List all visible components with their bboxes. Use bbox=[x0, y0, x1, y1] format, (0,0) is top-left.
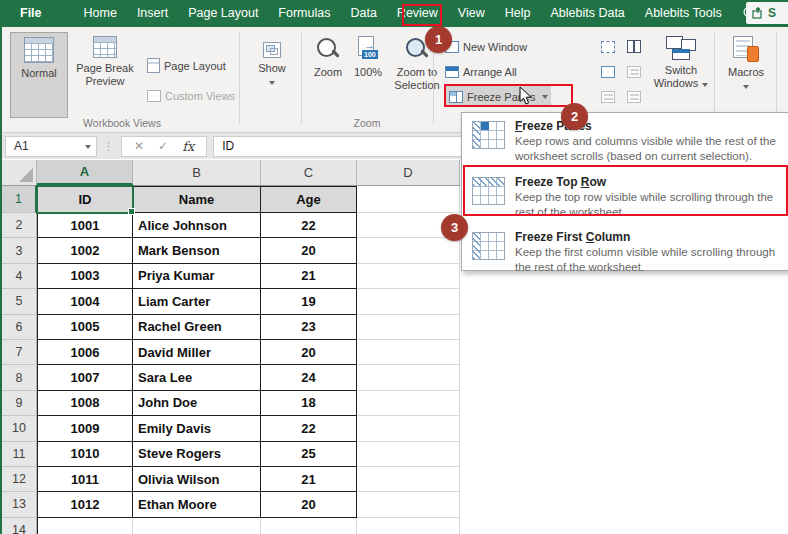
tab-data[interactable]: Data bbox=[340, 0, 386, 27]
hide-button[interactable] bbox=[598, 61, 618, 82]
insert-function-icon[interactable]: fx bbox=[182, 139, 194, 154]
cell-d11[interactable] bbox=[357, 442, 460, 467]
row-header-9[interactable]: 9 bbox=[2, 391, 37, 416]
cell-c11[interactable]: 25 bbox=[261, 442, 357, 467]
cell-a1[interactable]: ID bbox=[37, 186, 133, 213]
cell-d7[interactable] bbox=[357, 340, 460, 365]
cell-c4[interactable]: 21 bbox=[261, 264, 357, 289]
cell-b2[interactable]: Alice Johnson bbox=[133, 213, 261, 238]
row-header-7[interactable]: 7 bbox=[2, 340, 37, 365]
cell-b13[interactable]: Ethan Moore bbox=[133, 492, 261, 517]
row-header-4[interactable]: 4 bbox=[2, 264, 37, 289]
tab-file[interactable]: File bbox=[10, 0, 52, 27]
cell-c5[interactable]: 19 bbox=[261, 289, 357, 314]
tab-home[interactable]: Home bbox=[74, 0, 127, 27]
cell-d12[interactable] bbox=[357, 467, 460, 492]
split-button[interactable] bbox=[598, 36, 618, 57]
column-header-c[interactable]: C bbox=[261, 160, 357, 185]
cell-c13[interactable]: 20 bbox=[261, 492, 357, 517]
cell-b4[interactable]: Priya Kumar bbox=[133, 264, 261, 289]
cell-b3[interactable]: Mark Benson bbox=[133, 238, 261, 263]
cell-c12[interactable]: 21 bbox=[261, 467, 357, 492]
row-header-12[interactable]: 12 bbox=[2, 467, 37, 492]
cell-d8[interactable] bbox=[357, 365, 460, 390]
cell-a13[interactable]: 1012 bbox=[37, 492, 133, 517]
cell-b1[interactable]: Name bbox=[133, 186, 261, 213]
cell-d5[interactable] bbox=[357, 289, 460, 314]
cell-d14[interactable] bbox=[357, 518, 460, 534]
cell-c1[interactable]: Age bbox=[261, 186, 357, 213]
cell-a14[interactable] bbox=[37, 518, 133, 534]
cell-c2[interactable]: 22 bbox=[261, 213, 357, 238]
cell-c10[interactable]: 22 bbox=[261, 416, 357, 441]
cell-d4[interactable] bbox=[357, 264, 460, 289]
cell-c14[interactable] bbox=[261, 518, 357, 534]
normal-view-button[interactable]: Normal bbox=[10, 32, 68, 118]
column-header-a[interactable]: A bbox=[37, 160, 133, 185]
zoom-button[interactable]: Zoom bbox=[308, 32, 348, 112]
enter-icon[interactable]: ✓ bbox=[158, 139, 168, 153]
cell-b5[interactable]: Liam Carter bbox=[133, 289, 261, 314]
row-header-3[interactable]: 3 bbox=[2, 238, 37, 263]
select-all-corner[interactable] bbox=[2, 160, 37, 185]
cell-a2[interactable]: 1001 bbox=[37, 213, 133, 238]
cell-c8[interactable]: 24 bbox=[261, 365, 357, 390]
cell-d1[interactable] bbox=[357, 186, 460, 213]
row-header-14[interactable]: 14 bbox=[2, 518, 37, 534]
cell-a11[interactable]: 1010 bbox=[37, 442, 133, 467]
cancel-icon[interactable]: ✕ bbox=[134, 139, 144, 153]
cell-a4[interactable]: 1003 bbox=[37, 264, 133, 289]
cell-a10[interactable]: 1009 bbox=[37, 416, 133, 441]
cell-d6[interactable] bbox=[357, 315, 460, 340]
cell-a8[interactable]: 1007 bbox=[37, 365, 133, 390]
tab-page-layout[interactable]: Page Layout bbox=[178, 0, 268, 27]
row-header-13[interactable]: 13 bbox=[2, 492, 37, 517]
row-header-11[interactable]: 11 bbox=[2, 442, 37, 467]
cell-b12[interactable]: Olivia Wilson bbox=[133, 467, 261, 492]
new-window-button[interactable]: New Window bbox=[442, 36, 530, 57]
column-header-d[interactable]: D bbox=[357, 160, 460, 185]
arrange-all-button[interactable]: Arrange All bbox=[442, 61, 520, 82]
tab-review[interactable]: Review bbox=[387, 0, 448, 27]
show-button[interactable]: Show bbox=[250, 32, 294, 106]
cell-b14[interactable] bbox=[133, 518, 261, 534]
cell-c3[interactable]: 20 bbox=[261, 238, 357, 263]
tab-ablebits-tools[interactable]: Ablebits Tools bbox=[635, 0, 732, 27]
cell-d3[interactable] bbox=[357, 238, 460, 263]
zoom-100-button[interactable]: →100 100% bbox=[348, 32, 388, 112]
row-header-5[interactable]: 5 bbox=[2, 289, 37, 314]
name-box[interactable]: A1 bbox=[5, 136, 97, 157]
row-header-6[interactable]: 6 bbox=[2, 315, 37, 340]
tab-view[interactable]: View bbox=[448, 0, 495, 27]
cell-a3[interactable]: 1002 bbox=[37, 238, 133, 263]
page-break-preview-button[interactable]: Page Break Preview bbox=[72, 32, 138, 118]
view-side-by-side-button[interactable] bbox=[624, 36, 644, 57]
macros-button[interactable]: Macros bbox=[720, 32, 772, 118]
cell-b10[interactable]: Emily Davis bbox=[133, 416, 261, 441]
row-header-10[interactable]: 10 bbox=[2, 416, 37, 441]
cell-d13[interactable] bbox=[357, 492, 460, 517]
cell-d9[interactable] bbox=[357, 391, 460, 416]
tab-help[interactable]: Help bbox=[495, 0, 541, 27]
cell-b11[interactable]: Steve Rogers bbox=[133, 442, 261, 467]
tab-formulas[interactable]: Formulas bbox=[268, 0, 340, 27]
cell-b9[interactable]: John Doe bbox=[133, 391, 261, 416]
cell-a6[interactable]: 1005 bbox=[37, 315, 133, 340]
page-layout-button[interactable]: Page Layout bbox=[144, 55, 229, 76]
cell-a5[interactable]: 1004 bbox=[37, 289, 133, 314]
menu-item-freeze-first-column[interactable]: Freeze First Column Keep the first colum… bbox=[462, 224, 788, 280]
column-header-b[interactable]: B bbox=[133, 160, 261, 185]
row-header-1[interactable]: 1 bbox=[2, 186, 37, 213]
cell-c7[interactable]: 20 bbox=[261, 340, 357, 365]
cell-a9[interactable]: 1008 bbox=[37, 391, 133, 416]
share-button[interactable]: S bbox=[746, 2, 788, 24]
switch-windows-button[interactable]: SwitchWindows bbox=[652, 32, 710, 118]
name-box-dropdown-icon[interactable] bbox=[85, 145, 91, 149]
row-header-2[interactable]: 2 bbox=[2, 213, 37, 238]
menu-item-freeze-panes[interactable]: Freeze Panes Keep rows and columns visib… bbox=[462, 113, 788, 169]
cell-b6[interactable]: Rachel Green bbox=[133, 315, 261, 340]
tab-ablebits-data[interactable]: Ablebits Data bbox=[540, 0, 634, 27]
cell-c9[interactable]: 18 bbox=[261, 391, 357, 416]
cell-c6[interactable]: 23 bbox=[261, 315, 357, 340]
cell-d10[interactable] bbox=[357, 416, 460, 441]
